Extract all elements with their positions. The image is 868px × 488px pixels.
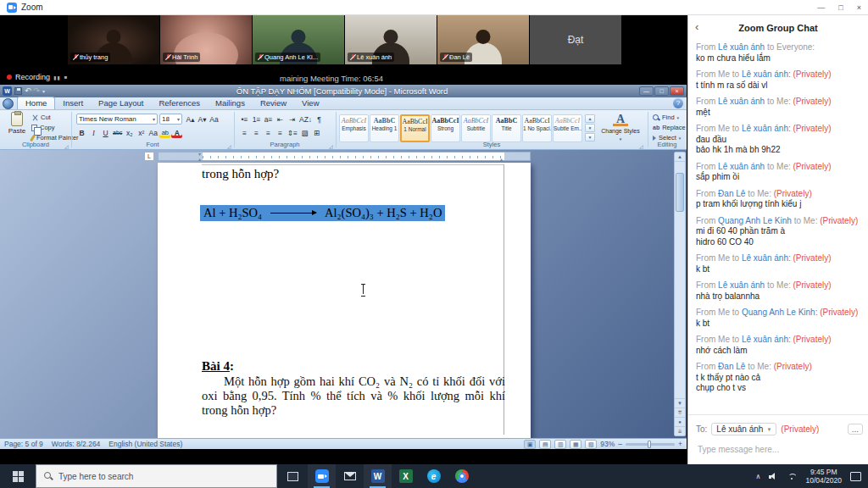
language-indicator[interactable]: English (United States)	[108, 440, 182, 448]
strikethrough-button[interactable]: abc	[112, 127, 123, 138]
bullets-button[interactable]: •≡	[239, 114, 250, 125]
web-layout-view-button[interactable]: ▥	[554, 440, 566, 449]
align-right-button[interactable]: ≡	[263, 127, 274, 138]
style-heading-1[interactable]: AaBbCHeading 1	[370, 114, 399, 142]
word-count[interactable]: Words: 8/2.264	[52, 440, 101, 448]
style-title[interactable]: AaBbCTitle	[492, 114, 521, 142]
draft-view-button[interactable]: ▧	[585, 440, 597, 449]
change-case-button[interactable]: Aa	[147, 127, 159, 138]
tab-references[interactable]: References	[151, 97, 208, 109]
scrollbar-thumb[interactable]	[676, 173, 684, 212]
scroll-down-arrow[interactable]: ▼	[675, 398, 685, 408]
style-strong[interactable]: AaBbCcIStrong	[431, 114, 460, 142]
font-family-select[interactable]: Times New Roman▾	[76, 114, 158, 125]
chat-more-button[interactable]: ...	[848, 424, 863, 435]
start-button[interactable]	[0, 464, 36, 488]
decrease-indent-button[interactable]: ⇤	[275, 114, 286, 125]
zoom-level-label[interactable]: 93%	[600, 440, 615, 448]
pause-recording-button[interactable]: ▮▮	[53, 75, 61, 80]
page-indicator[interactable]: Page: 5 of 9	[4, 440, 43, 448]
gallery-down-button[interactable]: ▼	[585, 124, 595, 132]
full-screen-view-button[interactable]: ▤	[539, 440, 551, 449]
bold-button[interactable]: B	[76, 127, 87, 138]
align-left-button[interactable]: ≡	[239, 127, 250, 138]
zoom-slider-thumb[interactable]	[648, 441, 651, 448]
zoom-minimize-button[interactable]: —	[817, 3, 825, 12]
zoom-slider[interactable]	[626, 443, 675, 446]
style-1-no-spaci-[interactable]: AaBbCcI1 No Spaci...	[522, 114, 552, 142]
subscript-button[interactable]: x₂	[124, 127, 135, 138]
selected-equation[interactable]: Al + H₂SO₄ Al₂(SO₄)₃ + H₂S + H₂O	[200, 205, 445, 221]
align-center-button[interactable]: ≡	[251, 127, 262, 138]
chat-message-input[interactable]: Type message here...	[698, 445, 779, 454]
help-button[interactable]: ?	[673, 98, 683, 108]
word-restore-button[interactable]: □	[654, 86, 669, 96]
word-taskbar-button[interactable]: W	[364, 464, 392, 488]
save-button[interactable]	[14, 87, 22, 95]
find-button[interactable]: Find▾	[653, 114, 686, 121]
participant-tile-3[interactable]: Quang Anh Le Ki...	[253, 15, 344, 64]
borders-button[interactable]: ⊞	[311, 127, 322, 138]
zoom-close-button[interactable]: ×	[857, 3, 861, 12]
numbering-button[interactable]: 1≡	[251, 114, 262, 125]
grow-font-button[interactable]: A▴	[185, 114, 196, 125]
sort-button[interactable]: AZ↓	[298, 114, 313, 125]
next-page-button[interactable]: ⇊	[675, 426, 685, 435]
undo-button[interactable]: ↶	[25, 87, 31, 95]
horizontal-ruler[interactable]: ▾ ▴ ▴	[158, 152, 531, 161]
notification-center-button[interactable]	[850, 472, 861, 481]
tab-page-layout[interactable]: Page Layout	[91, 97, 151, 109]
paste-button[interactable]: Paste	[4, 112, 30, 135]
font-size-select[interactable]: 18▾	[159, 114, 182, 125]
tab-view[interactable]: View	[294, 97, 326, 109]
increase-indent-button[interactable]: ⇥	[287, 114, 298, 125]
show-hide-button[interactable]: ¶	[314, 114, 325, 125]
chrome-taskbar-button[interactable]	[448, 464, 476, 488]
tab-review[interactable]: Review	[253, 97, 294, 109]
paragraph-dialog-launcher[interactable]: ◿	[329, 143, 333, 149]
outline-view-button[interactable]: ▦	[570, 440, 581, 449]
redo-button[interactable]: ↷	[34, 87, 41, 95]
previous-page-button[interactable]: ⇈	[675, 408, 685, 417]
tab-home[interactable]: Home	[17, 97, 55, 109]
scroll-up-arrow[interactable]: ▲	[675, 152, 685, 162]
participant-tile-6[interactable]: Đạt	[530, 15, 621, 64]
participant-tile-1[interactable]: thủy trang	[68, 15, 159, 64]
multilevel-list-button[interactable]: a≡	[263, 114, 274, 125]
change-styles-button[interactable]: A Change Styles ▾	[598, 113, 643, 142]
task-view-button[interactable]	[277, 464, 308, 488]
font-dialog-launcher[interactable]: ◿	[227, 143, 231, 149]
right-indent-marker[interactable]: ▴	[500, 156, 503, 162]
style-1-normal[interactable]: AaBbCcI1 Normal	[400, 114, 430, 142]
style-subtle-em-[interactable]: AaBbCcISubtle Em...	[553, 114, 582, 142]
font-color-button[interactable]: A	[171, 127, 182, 138]
mail-taskbar-button[interactable]	[336, 464, 364, 488]
excel-taskbar-button[interactable]: X	[392, 464, 420, 488]
participant-tile-5[interactable]: Đan Lê	[437, 15, 529, 64]
left-indent-marker[interactable]: ▴	[198, 156, 201, 162]
superscript-button[interactable]: x²	[136, 127, 147, 138]
word-close-button[interactable]: ×	[670, 86, 684, 96]
participant-tile-4[interactable]: Lê xuân ánh	[345, 15, 437, 64]
shrink-font-button[interactable]: A▾	[197, 114, 208, 125]
clear-formatting-button[interactable]: Aa	[209, 114, 220, 125]
justify-button[interactable]: ≡	[275, 127, 286, 138]
tab-insert[interactable]: Insert	[55, 97, 91, 109]
gallery-up-button[interactable]: ▲	[585, 114, 595, 123]
underline-button[interactable]: U	[100, 127, 111, 138]
select-browse-object-button[interactable]: ●	[675, 417, 685, 426]
italic-button[interactable]: I	[88, 127, 99, 138]
taskbar-clock[interactable]: 9:45 PM 10/04/2020	[805, 468, 842, 485]
tab-stop-selector[interactable]: L	[144, 152, 154, 161]
tray-chevron-icon[interactable]: ∧	[756, 473, 761, 480]
zoom-in-button[interactable]: +	[678, 440, 682, 448]
network-icon[interactable]	[787, 473, 797, 480]
participant-tile-2[interactable]: Hải Trình	[160, 15, 252, 64]
style-subtitle[interactable]: AaBbCcISubtitle	[461, 114, 491, 142]
print-layout-view-button[interactable]: ▣	[524, 440, 536, 449]
stop-recording-button[interactable]: ■	[64, 75, 69, 80]
volume-icon[interactable]	[769, 473, 778, 480]
chat-recipient-select[interactable]: Lê xuân ánh ▼	[711, 423, 776, 435]
line-spacing-button[interactable]: ⇕≡	[287, 127, 298, 138]
vertical-scrollbar[interactable]: ▲ ▼ ⇈ ● ⇊	[674, 152, 686, 436]
